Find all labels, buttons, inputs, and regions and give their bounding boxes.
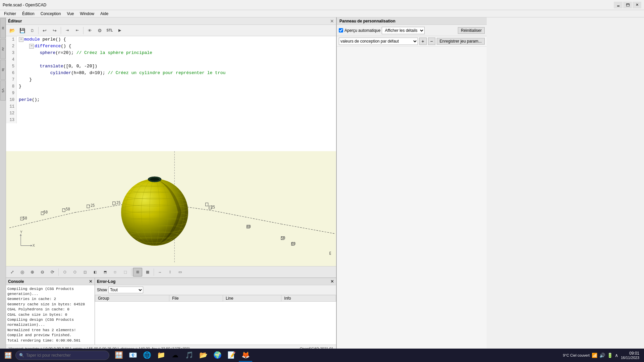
console-close-btn[interactable]: ✕ bbox=[89, 279, 93, 284]
zoom-in-btn[interactable]: ⊕ bbox=[28, 268, 37, 277]
viewport[interactable]: -50 -50 -50 -25 -25 -25 40 50 60 E bbox=[6, 151, 336, 266]
svg-rect-23 bbox=[206, 203, 208, 206]
menu-item-vue[interactable]: Vue bbox=[64, 11, 76, 17]
render-btn[interactable]: ⚙ bbox=[95, 26, 104, 35]
menu-item-édition[interactable]: Édition bbox=[19, 11, 37, 17]
collapse-icon-2[interactable]: − bbox=[29, 44, 34, 49]
svg-point-44 bbox=[150, 178, 159, 181]
notepad-app[interactable]: 📝 bbox=[225, 349, 238, 362]
render-wireframe-btn[interactable]: ⊞ bbox=[133, 268, 142, 277]
title-bar: Perle.scad - OpenSCAD 🗕 🗖 ✕ bbox=[0, 0, 644, 10]
view-right-btn[interactable]: □ bbox=[110, 268, 120, 277]
errorlog-close-btn[interactable]: ✕ bbox=[330, 279, 334, 284]
taskbar: 🪟 🔍 🪟📧🌐📁☁🎵📂🌍📝🦊 9°C Ciel couvert 📶 🔊 🔋 ∧ … bbox=[0, 349, 644, 362]
code-line-6: 6 cylinder(h=80, d=10); // Créez un cyli… bbox=[6, 70, 336, 76]
explorer-app[interactable]: 📂 bbox=[197, 349, 210, 362]
left-toolbar-btn-4[interactable]: VS bbox=[0, 80, 6, 101]
collapse-icon-1[interactable]: − bbox=[19, 37, 23, 42]
svg-rect-19 bbox=[62, 209, 65, 212]
details-select[interactable]: Afficher les détails bbox=[382, 27, 425, 34]
left-toolbar-btn-2[interactable]: Av bbox=[0, 39, 6, 59]
menu-item-fichier[interactable]: Fichier bbox=[1, 11, 19, 17]
errorlog-filter-select[interactable]: ToutErreursAvertissements bbox=[108, 287, 143, 293]
svg-rect-25 bbox=[281, 237, 284, 240]
taskbar-search[interactable]: 🔍 bbox=[15, 351, 109, 360]
openscad-app[interactable]: 🦊 bbox=[239, 349, 252, 362]
files-app[interactable]: 📁 bbox=[154, 349, 168, 362]
view-front-btn[interactable]: ◫ bbox=[80, 268, 90, 277]
view-back-btn[interactable]: ◧ bbox=[90, 268, 100, 277]
start-button[interactable]: 🪟 bbox=[2, 349, 14, 361]
view-left-btn[interactable]: ⬒ bbox=[100, 268, 110, 277]
preset-add-btn[interactable]: + bbox=[419, 38, 427, 45]
save-file-btn[interactable]: 💾 bbox=[17, 26, 27, 35]
render-solid-btn[interactable]: ▦ bbox=[143, 268, 152, 277]
open-file-btn[interactable]: 📂 bbox=[7, 26, 17, 35]
left-toolbar-btn-1[interactable]: M bbox=[0, 18, 6, 38]
code-line-7: 7 } bbox=[6, 76, 336, 83]
auto-preview-label[interactable]: Aperçu automatique bbox=[344, 28, 380, 33]
svg-text:60: 60 bbox=[291, 242, 296, 246]
save-preset-btn[interactable]: Enregistrer jeu param... bbox=[437, 38, 485, 45]
left-toolbar: M Av lis VS bbox=[0, 17, 6, 352]
undo-btn[interactable]: ↩ bbox=[40, 26, 49, 35]
unindent-btn[interactable]: ⇤ bbox=[72, 26, 82, 35]
customization-panel: Panneau de personnalisation Aperçu autom… bbox=[336, 17, 487, 352]
show-label: Show bbox=[97, 288, 107, 292]
close-btn[interactable]: ✕ bbox=[633, 2, 641, 8]
mail-app[interactable]: 📧 bbox=[126, 349, 140, 362]
console-message: Normalized tree has 2 elements! bbox=[7, 328, 93, 333]
menu-item-conception[interactable]: Conception bbox=[38, 11, 64, 17]
system-tray: 9°C Ciel couvert 📶 🔊 🔋 ∧ 09:01 16/11/202… bbox=[563, 351, 642, 360]
search-input[interactable] bbox=[26, 353, 103, 358]
spotify-app[interactable]: 🎵 bbox=[182, 349, 196, 362]
clock-date: 16/11/2023 bbox=[621, 356, 639, 360]
file-explorer-app[interactable]: 🪟 bbox=[112, 349, 125, 362]
ortho-btn[interactable]: ↔ bbox=[155, 268, 165, 277]
edge-app[interactable]: 🌐 bbox=[140, 349, 154, 362]
clock-time: 09:01 bbox=[621, 351, 639, 356]
minimize-btn[interactable]: 🗕 bbox=[614, 2, 623, 8]
dim-toggle-btn[interactable]: ▭ bbox=[175, 268, 185, 277]
preset-remove-btn[interactable]: − bbox=[428, 38, 435, 45]
zoom-out-btn[interactable]: ⊖ bbox=[38, 268, 47, 277]
search-icon: 🔍 bbox=[19, 353, 24, 358]
svg-marker-49 bbox=[20, 234, 22, 236]
reset-btn[interactable]: Réinitialiser bbox=[458, 27, 485, 34]
sep2 bbox=[61, 27, 61, 34]
network-icon: 📶 bbox=[592, 353, 597, 358]
rotate-reset-btn[interactable]: ⟳ bbox=[48, 268, 57, 277]
custom-panel-body bbox=[337, 47, 487, 352]
fit-view-btn[interactable]: ⤢ bbox=[7, 268, 17, 277]
code-area[interactable]: 1 −module perle() { 2 −difference() { 3 … bbox=[6, 36, 336, 151]
menu-item-window[interactable]: Window bbox=[77, 11, 97, 17]
zoom-all-btn[interactable]: ◎ bbox=[17, 268, 27, 277]
left-toolbar-btn-3[interactable]: lis bbox=[0, 60, 6, 80]
stl-btn[interactable]: STL bbox=[105, 26, 114, 35]
persp-btn[interactable]: ⟟ bbox=[165, 268, 175, 277]
menu-item-aide[interactable]: Aide bbox=[98, 11, 111, 17]
run-btn[interactable]: ▶ bbox=[115, 26, 124, 35]
console-label: Console bbox=[8, 279, 24, 284]
console-body[interactable]: This program is free software; you can r… bbox=[6, 285, 95, 345]
svg-text:-50: -50 bbox=[64, 207, 70, 212]
auto-preview-checkbox[interactable] bbox=[339, 28, 343, 33]
sep-render bbox=[131, 268, 131, 276]
errorlog-header: Error-Log ✕ bbox=[95, 278, 336, 285]
onedrive-app[interactable]: ☁ bbox=[168, 349, 182, 362]
tray-icons: 9°C Ciel couvert 📶 🔊 🔋 ∧ bbox=[563, 353, 618, 358]
view-diag-btn[interactable]: ⬚ bbox=[120, 268, 130, 277]
preset-select[interactable]: valeurs de conception par défaut bbox=[339, 38, 418, 45]
redo-btn[interactable]: ↪ bbox=[50, 26, 59, 35]
editor-close-btn[interactable]: ✕ bbox=[330, 18, 334, 24]
svg-line-5 bbox=[212, 210, 281, 224]
preview-btn[interactable]: 👁 bbox=[85, 26, 94, 35]
maximize-btn[interactable]: 🗖 bbox=[623, 2, 632, 8]
view-top-btn[interactable]: ⬡ bbox=[60, 268, 69, 277]
chrome-app[interactable]: 🌍 bbox=[211, 349, 224, 362]
view-bottom-btn[interactable]: ⬡ bbox=[70, 268, 79, 277]
new-file-btn[interactable]: 🗋 bbox=[28, 26, 37, 35]
indent-btn[interactable]: ⇥ bbox=[62, 26, 72, 35]
system-clock[interactable]: 09:01 16/11/2023 bbox=[621, 351, 639, 360]
svg-rect-24 bbox=[247, 225, 250, 228]
